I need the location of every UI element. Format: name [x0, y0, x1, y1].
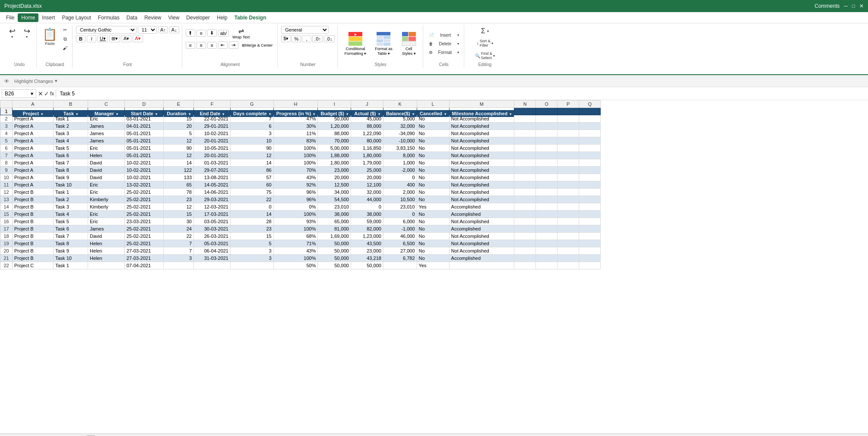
col-header-m[interactable]: M [449, 101, 514, 108]
cell[interactable]: No [417, 130, 449, 137]
cell[interactable]: No [417, 181, 449, 189]
format-as-table-button[interactable]: Format asTable ▾ [371, 29, 396, 58]
sheet-area[interactable]: A B C D E F G H I J K L M N O P Q [0, 100, 868, 433]
cell[interactable]: Project A [13, 130, 54, 137]
cell[interactable]: 03-05-2021 [194, 218, 231, 225]
cell[interactable]: 23-03-2021 [125, 218, 164, 225]
copy-button[interactable]: ⧉ [60, 35, 70, 43]
border-button[interactable]: ⊞▾ [109, 35, 120, 42]
cell[interactable]: 30 [164, 218, 194, 225]
col-header-a[interactable]: A [13, 101, 54, 108]
row-header-6[interactable]: 6 [0, 145, 13, 152]
col-header-b[interactable]: B [54, 101, 88, 108]
redo-button[interactable]: ↪ ▾ [20, 26, 34, 40]
cell[interactable]: 14 [231, 159, 274, 167]
cell[interactable]: 29-03-2021 [194, 196, 231, 203]
cell[interactable]: Project B [13, 225, 54, 233]
header-task[interactable]: Task ▾ [54, 110, 88, 117]
row-header-7[interactable]: 7 [0, 152, 13, 159]
wrap-text-button[interactable]: ⇌ Wrap Text [230, 26, 252, 40]
cell[interactable]: 10-02-2021 [125, 174, 164, 181]
cell[interactable]: No [417, 137, 449, 145]
font-size-select[interactable]: 11 [138, 26, 157, 34]
menu-insert[interactable]: Insert [38, 13, 58, 22]
cell[interactable]: 86 [231, 167, 274, 174]
cell[interactable]: 34,000 [318, 189, 351, 196]
cell[interactable]: David [88, 159, 125, 167]
cell[interactable]: Project A [13, 181, 54, 189]
cell[interactable]: 88,000 [318, 130, 351, 137]
menu-home[interactable]: Home [18, 13, 38, 22]
cell[interactable]: 100% [273, 159, 318, 167]
cell[interactable]: Task 7 [54, 159, 88, 167]
cell[interactable]: Eric [88, 211, 125, 218]
row-header-16[interactable]: 16 [0, 218, 13, 225]
cell[interactable]: 25,000 [351, 167, 383, 174]
cell[interactable]: Helen [88, 255, 125, 262]
cell[interactable]: 12,100 [351, 181, 383, 189]
cell[interactable]: 13-08-2021 [194, 174, 231, 181]
col-header-o[interactable]: O [536, 101, 558, 108]
cell[interactable]: David [88, 174, 125, 181]
cell[interactable]: Task 10 [54, 255, 88, 262]
cell[interactable]: -34,090 [383, 130, 417, 137]
cell[interactable]: -10,000 [383, 137, 417, 145]
cell[interactable]: 20,000 [318, 174, 351, 181]
cell[interactable]: 44,000 [351, 196, 383, 203]
increase-decimal-button[interactable]: .0↑ [312, 35, 323, 42]
conditional-formatting-button[interactable]: ▶ ConditionalFormatting ▾ [341, 29, 370, 58]
cell[interactable]: No [417, 167, 449, 174]
cell[interactable]: 80,000 [351, 137, 383, 145]
cell[interactable]: 27,000 [383, 247, 417, 255]
menu-view[interactable]: View [165, 13, 183, 22]
cell[interactable]: Task 6 [54, 225, 88, 233]
row-header-10[interactable]: 10 [0, 174, 13, 181]
cell[interactable]: Task 3 [54, 130, 88, 137]
cell[interactable]: 5 [164, 130, 194, 137]
cell[interactable]: 20 [164, 123, 194, 130]
formula-input[interactable] [58, 90, 866, 98]
cell[interactable]: 04-01-2021 [125, 123, 164, 130]
format-button[interactable]: ⚙ Format ▾ [427, 49, 461, 56]
cell[interactable]: Project B [13, 247, 54, 255]
cell[interactable]: 81,000 [318, 225, 351, 233]
menu-data[interactable]: Data [123, 13, 141, 22]
cell[interactable]: 100% [273, 225, 318, 233]
cell[interactable]: 8,000 [383, 152, 417, 159]
cell[interactable]: 6,000 [383, 218, 417, 225]
cell[interactable]: 15 [231, 233, 274, 240]
cell[interactable]: Task 4 [54, 137, 88, 145]
cell[interactable]: 0% [273, 203, 318, 211]
cell[interactable]: 3,83,150 [383, 145, 417, 152]
cell[interactable]: Not Accomplished [449, 130, 514, 137]
col-header-i[interactable]: I [318, 101, 351, 108]
row-header-13[interactable]: 13 [0, 196, 13, 203]
cell[interactable]: 1,20,000 [318, 123, 351, 130]
number-format-select[interactable]: General [281, 26, 329, 34]
cell[interactable]: 25-02-2021 [125, 225, 164, 233]
cell[interactable]: 5,00,000 [318, 145, 351, 152]
col-header-q[interactable]: Q [579, 101, 601, 108]
increase-font-button[interactable]: A↑ [158, 26, 168, 33]
cell[interactable]: 1,88,000 [318, 152, 351, 159]
cell[interactable]: 50,000 [318, 255, 351, 262]
header-project[interactable]: Project ▾ [13, 110, 54, 117]
cell[interactable] [231, 262, 274, 269]
cell[interactable]: 90 [164, 145, 194, 152]
cell[interactable]: Task 1 [54, 262, 88, 269]
cell[interactable]: 25-02-2021 [125, 196, 164, 203]
row-header-20[interactable]: 20 [0, 247, 13, 255]
cell[interactable]: Project A [13, 174, 54, 181]
align-right-button[interactable]: ≡ [207, 42, 217, 49]
cell[interactable]: 27-03-2021 [125, 247, 164, 255]
row-header-19[interactable]: 19 [0, 240, 13, 247]
cell[interactable]: 3 [231, 247, 274, 255]
cell[interactable]: Kimberly [88, 196, 125, 203]
cell[interactable]: Not Accomplished [449, 123, 514, 130]
cell[interactable]: No [417, 196, 449, 203]
fill-color-button[interactable]: A▾ [121, 35, 131, 42]
cut-button[interactable]: ✂ [60, 26, 70, 34]
cell[interactable]: 23,010 [383, 203, 417, 211]
font-color-button[interactable]: A▾ [133, 35, 143, 42]
cell[interactable]: 100% [273, 211, 318, 218]
